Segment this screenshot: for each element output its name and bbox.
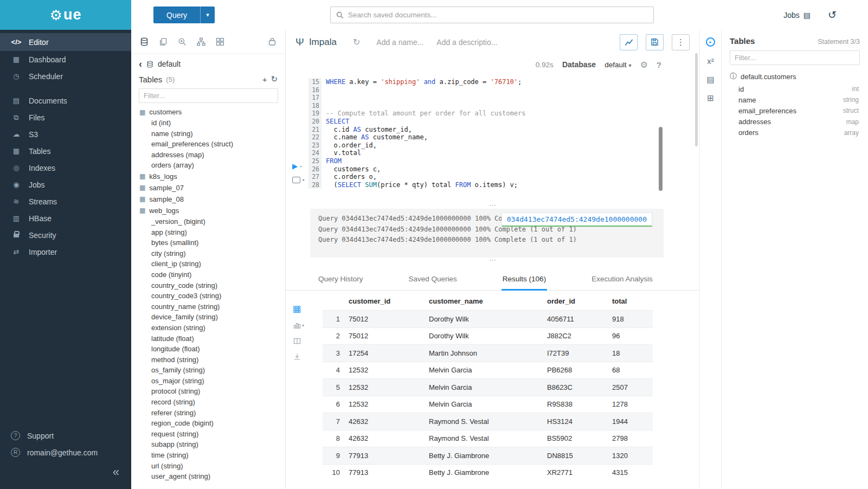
table-item[interactable]: ▦web_logs xyxy=(131,205,285,216)
table-row[interactable]: 1077913Betty J. GiambroneXR27714315 xyxy=(323,464,653,481)
right-panel-column[interactable]: idint xyxy=(730,83,860,94)
query-dropdown-caret[interactable]: ▾ xyxy=(200,7,215,23)
tab-results-106-[interactable]: Results (106) xyxy=(501,269,547,291)
resize-handle[interactable]: ⋯ xyxy=(286,203,699,209)
sidebar-footer-support[interactable]: ?Support xyxy=(0,427,131,444)
column-item[interactable]: region_code (bigint) xyxy=(131,418,285,429)
table-item[interactable]: ▦sample_08 xyxy=(131,194,285,205)
column-item[interactable]: extension (string) xyxy=(131,323,285,333)
table-row[interactable]: 842632Raymond S. VestalBS59022798 xyxy=(323,430,653,447)
search-input[interactable] xyxy=(348,11,648,19)
table-row[interactable]: 612532Melvin GarciaR9S8381278 xyxy=(323,396,653,413)
column-item[interactable]: client_ip (string) xyxy=(131,259,285,269)
table-row[interactable]: 175012Dorothy Wilk4056711918 xyxy=(323,310,653,327)
table-row[interactable]: 742632Raymond S. VestalHS31241944 xyxy=(323,413,653,430)
grid-view-icon[interactable] xyxy=(293,306,307,313)
column-item[interactable]: bytes (smallint) xyxy=(131,237,285,248)
right-panel-column[interactable]: addressesmap xyxy=(730,117,860,127)
table-item[interactable]: ▦sample_07 xyxy=(131,182,285,194)
execute-button[interactable]: ▶ xyxy=(292,162,298,171)
reload-icon[interactable]: ↻ xyxy=(353,37,360,47)
active-table[interactable]: ⓘ default.customers xyxy=(730,72,860,81)
table-row[interactable]: 512532Melvin GarciaB8623C2507 xyxy=(323,378,653,396)
tab-query-history[interactable]: Query History xyxy=(317,269,364,291)
tab-saved-queries[interactable]: Saved Queries xyxy=(408,269,458,291)
hue-logo[interactable]: ⚙ue xyxy=(0,0,131,30)
column-item[interactable]: os_family (string) xyxy=(131,365,285,376)
table-row[interactable]: 275012Dorothy WilkJ882C296 xyxy=(323,327,653,345)
column-item[interactable]: subapp (string) xyxy=(131,439,285,450)
sidebar-item-streams[interactable]: ≋Streams xyxy=(0,193,131,210)
column-item[interactable]: protocol (string) xyxy=(131,386,285,397)
right-panel-filter-input[interactable] xyxy=(730,50,860,65)
save-button[interactable] xyxy=(646,34,664,50)
bucket-icon[interactable] xyxy=(268,37,277,46)
data-source-icon[interactable] xyxy=(140,37,149,46)
query-description-input[interactable] xyxy=(436,38,501,47)
assist-filter-input[interactable] xyxy=(139,88,278,103)
engine-selector[interactable]: Ψ Impala xyxy=(295,36,337,48)
column-item[interactable]: longitude (float) xyxy=(131,344,285,355)
sidebar-item-editor[interactable]: </>Editor xyxy=(0,33,131,51)
column-item[interactable]: request (string) xyxy=(131,429,285,440)
table-row[interactable]: 317254Martin JohnsonI72T3918 xyxy=(323,344,653,362)
execute-caret-icon[interactable]: ▾ xyxy=(299,164,302,169)
column-item[interactable]: referer (string) xyxy=(131,408,285,419)
column-item[interactable]: device_family (string) xyxy=(131,312,285,323)
column-item[interactable]: method (string) xyxy=(131,355,285,365)
query-name-input[interactable] xyxy=(376,38,428,47)
sidebar-collapse-button[interactable]: « xyxy=(113,466,119,478)
column-item[interactable]: email_preferences (struct) xyxy=(131,139,285,150)
column-item[interactable]: addresses (map) xyxy=(131,150,285,160)
table-item[interactable]: ▦customers xyxy=(131,106,285,118)
download-icon[interactable] xyxy=(293,353,307,361)
column-item[interactable]: country_code (string) xyxy=(131,280,285,291)
help-icon[interactable]: ? xyxy=(657,60,661,69)
column-item[interactable]: record (string) xyxy=(131,397,285,408)
right-panel-column[interactable]: email_preferencesstruct xyxy=(730,105,860,116)
kebab-menu-button[interactable]: ⋮ xyxy=(672,34,690,50)
schedule-icon[interactable]: ⊞ xyxy=(707,94,714,102)
column-item[interactable]: _version_ (bigint) xyxy=(131,216,285,227)
back-chevron-icon[interactable]: ‹ xyxy=(139,59,142,69)
query-button[interactable]: Query xyxy=(153,7,200,23)
tab-execution-analysis[interactable]: Execution Analysis xyxy=(590,269,654,291)
column-item[interactable]: app (string) xyxy=(131,227,285,238)
right-panel-column[interactable]: ordersarray xyxy=(730,127,860,138)
breadcrumb-database[interactable]: default xyxy=(158,60,181,68)
sidebar-item-documents[interactable]: ▤Documents xyxy=(0,92,131,109)
gear-icon[interactable]: ⚙ xyxy=(640,60,647,70)
sidebar-footer-user[interactable]: Rromain@gethue.com xyxy=(0,444,131,461)
column-item[interactable]: orders (array) xyxy=(131,160,285,171)
sidebar-item-tables[interactable]: ▦Tables xyxy=(0,143,131,159)
query-id-popover[interactable]: 034d413ec7474ed5:4249de1000000000 xyxy=(501,213,652,227)
sidebar-item-hbase[interactable]: ▥HBase xyxy=(0,210,131,227)
jobs-link[interactable]: Jobs ▤ xyxy=(783,11,811,20)
functions-icon[interactable]: x² xyxy=(707,57,714,65)
documents-icon[interactable] xyxy=(159,37,168,46)
table-row[interactable]: 412532Melvin GarciaPB626868 xyxy=(323,362,653,379)
sidebar-item-indexes[interactable]: ◎Indexes xyxy=(0,159,131,176)
column-item[interactable]: latitude (float) xyxy=(131,333,285,344)
column-item[interactable]: name (string) xyxy=(131,128,285,139)
chart-view-icon[interactable]: ▾ xyxy=(293,321,307,329)
table-item[interactable]: ▦k8s_logs xyxy=(131,171,285,182)
column-item[interactable]: time (string) xyxy=(131,450,285,461)
chart-button[interactable] xyxy=(620,34,638,50)
sidebar-item-files[interactable]: ⧉Files xyxy=(0,109,131,126)
sidebar-item-scheduler[interactable]: ◷Scheduler xyxy=(0,68,131,85)
editor-code[interactable]: WHERE a.key = 'shipping' and a.zip_code … xyxy=(326,78,656,189)
sidebar-item-importer[interactable]: ⇄Importer xyxy=(0,243,131,260)
apps-grid-icon[interactable] xyxy=(216,37,224,46)
right-panel-column[interactable]: namestring xyxy=(730,94,860,105)
editor-scrollbar[interactable] xyxy=(659,127,663,191)
code-editor[interactable]: ▶ ▾ ▾ 1516171819202122232425262728 WHERE… xyxy=(286,75,699,203)
refresh-icon[interactable]: ↻ xyxy=(271,74,278,84)
database-select[interactable]: default ▾ xyxy=(605,61,631,69)
table-row[interactable]: 977913Betty J. GiambroneDN88151320 xyxy=(323,447,653,464)
column-item[interactable]: os_major (string) xyxy=(131,376,285,387)
add-table-icon[interactable]: + xyxy=(262,75,267,84)
column-item[interactable]: country_code3 (string) xyxy=(131,291,285,301)
sidebar-item-jobs[interactable]: ◉Jobs xyxy=(0,176,131,193)
history-icon[interactable]: ↺ xyxy=(828,9,837,21)
